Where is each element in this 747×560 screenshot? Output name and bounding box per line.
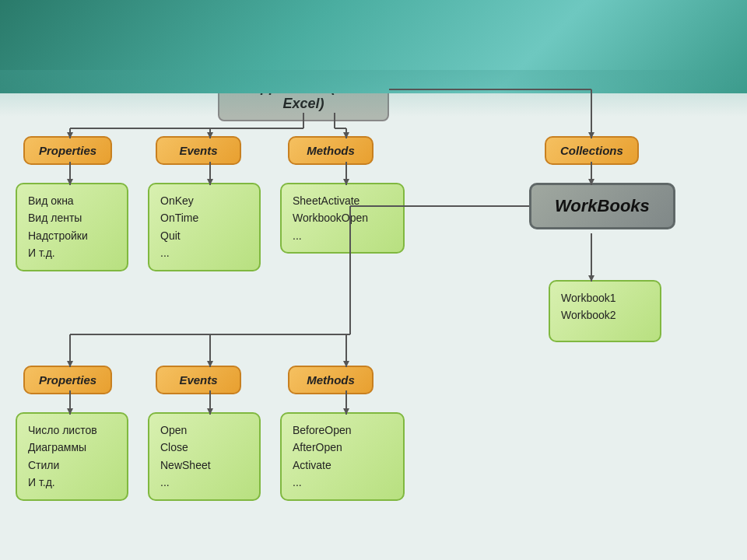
methods1-node: Methods — [288, 136, 374, 165]
events2-label: Events — [179, 373, 217, 387]
workbooks-node: WorkBooks — [529, 183, 675, 229]
properties1-text: Вид окнаВид лентыНадстройкиИ т.д. — [28, 192, 116, 262]
workbooks-label: WorkBooks — [555, 196, 650, 215]
properties2-detail: Число листовДиаграммыСтилиИ т.д. — [16, 412, 128, 501]
properties2-label: Properties — [39, 373, 96, 387]
properties2-text: Число листовДиаграммыСтилиИ т.д. — [28, 422, 116, 492]
events2-node: Events — [156, 366, 241, 394]
events1-text: OnKeyOnTimeQuit... — [160, 192, 248, 262]
events1-detail: OnKeyOnTimeQuit... — [148, 183, 261, 271]
collections-label: Collections — [560, 144, 623, 157]
methods2-node: Methods — [288, 366, 374, 394]
properties1-node: Properties — [23, 136, 112, 165]
events2-text: OpenCloseNewSheet... — [160, 422, 248, 492]
events1-node: Events — [156, 136, 241, 165]
methods1-label: Methods — [307, 144, 355, 157]
methods2-label: Methods — [307, 373, 355, 387]
properties1-detail: Вид окнаВид лентыНадстройкиИ т.д. — [16, 183, 128, 271]
bg-top-gradient — [0, 0, 747, 93]
methods1-detail: SheetActivateWorkbookOpen... — [280, 183, 405, 254]
properties2-node: Properties — [23, 366, 112, 394]
workbook-list: Workbook1Workbook2 — [549, 280, 661, 342]
methods2-detail: BeforeOpenAfterOpenActivate... — [280, 412, 405, 501]
events2-detail: OpenCloseNewSheet... — [148, 412, 261, 501]
methods2-text: BeforeOpenAfterOpenActivate... — [293, 422, 392, 492]
methods1-text: SheetActivateWorkbookOpen... — [293, 192, 392, 244]
events1-label: Events — [179, 144, 217, 157]
workbook-list-text: Workbook1Workbook2 — [561, 289, 649, 324]
collections-node: Collections — [545, 136, 639, 165]
properties1-label: Properties — [39, 144, 96, 157]
